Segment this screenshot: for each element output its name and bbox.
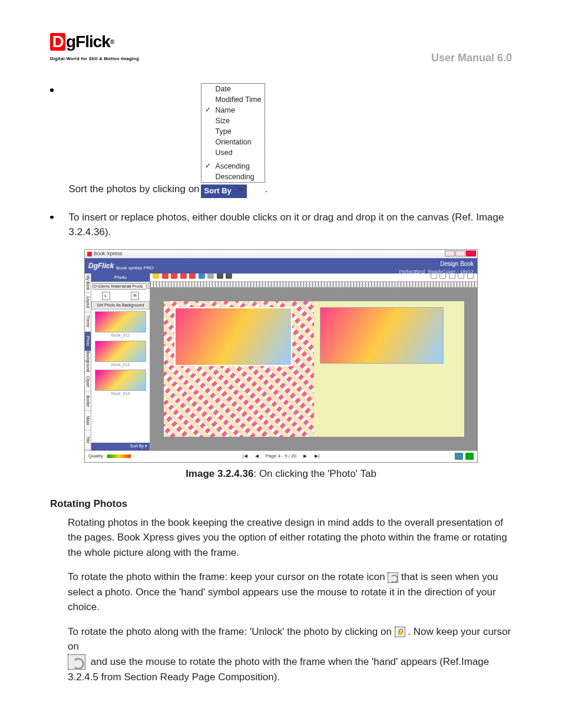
proceed-icon[interactable]	[465, 453, 474, 460]
tab-layout[interactable]: Layout	[85, 293, 91, 312]
tab-theme[interactable]: Theme	[85, 312, 91, 332]
redo-icon[interactable]	[226, 272, 232, 279]
thumbnail-label: Book_013	[91, 362, 150, 368]
thumbnail[interactable]	[95, 370, 146, 391]
bullet-insert: To insert or replace photos, either doub…	[50, 210, 512, 240]
close-button[interactable]	[466, 251, 476, 256]
thumbnail-label: Book_012	[91, 332, 150, 339]
manual-title: User Manual 6.0	[431, 50, 512, 66]
tab-photo[interactable]: Photo	[85, 332, 91, 351]
path-input[interactable]	[92, 283, 147, 289]
ruler	[150, 282, 477, 288]
thumbnail[interactable]	[95, 311, 146, 332]
page-header: D gFlick® Digital World for Still & Moti…	[50, 29, 512, 66]
rotating-photos-heading: Rotating Photos	[50, 496, 512, 512]
photo-panel: Photo … L R Set Photo As Background Book…	[91, 274, 150, 450]
page-spread[interactable]	[164, 301, 464, 437]
first-page-button[interactable]: |◀	[242, 453, 248, 460]
tool-icon[interactable]	[162, 272, 168, 279]
bullet-insert-text: To insert or replace photos, either doub…	[69, 210, 513, 240]
side-sort-button[interactable]: Sort By ▾	[91, 443, 150, 450]
bullet-sort-text: Sort the photos by clicking on	[69, 183, 200, 195]
app-icon	[87, 252, 92, 256]
image-caption: Image 3.2.4.36: On clicking the 'Photo' …	[50, 466, 512, 482]
logo: D gFlick® Digital World for Still & Moti…	[50, 29, 139, 62]
vertical-tabs: My BookLayoutThemePhotoBackgroundClipart…	[85, 274, 91, 450]
canvas-area	[150, 274, 477, 450]
chevron-down-icon	[239, 188, 243, 192]
photo-panel-title: Photo	[91, 274, 150, 282]
quality-label: Quality :	[88, 453, 105, 459]
l-toggle[interactable]: L	[102, 292, 110, 300]
logo-d-icon: D	[50, 33, 65, 51]
window-title: Book Xpress	[94, 250, 122, 258]
sort-order-ascending[interactable]: Ascending	[201, 161, 265, 172]
undo-icon[interactable]	[217, 272, 223, 279]
tab-background[interactable]: Background	[85, 351, 91, 373]
quality-bar-icon	[107, 454, 131, 458]
minimize-button[interactable]	[445, 251, 455, 256]
sort-option-modified-time[interactable]: Modified Time	[201, 94, 265, 105]
logo-word: gFlick	[66, 29, 110, 54]
toolbar	[153, 272, 233, 282]
screenshot-book-xpress: Book Xpress DgFlick Book xpress PRO Desi…	[84, 249, 478, 463]
photo-frame[interactable]	[320, 307, 444, 364]
last-page-button[interactable]: ▶|	[314, 453, 320, 460]
bullet-icon	[50, 216, 54, 219]
tool-icon[interactable]	[180, 272, 187, 279]
sort-option-date[interactable]: Date	[201, 84, 265, 94]
brand-label: DgFlick	[88, 261, 114, 271]
logo-tagline: Digital World for Still & Motion Imaging	[50, 55, 139, 62]
footer-bar: Quality : |◀ ◀ Page 4 - 5 / 20 ▶ ▶|	[85, 450, 477, 462]
sort-option-type[interactable]: Type	[201, 126, 265, 137]
sort-option-orientation[interactable]: Orientation	[201, 137, 265, 147]
tool-icon[interactable]	[153, 272, 159, 279]
save-icon[interactable]	[455, 453, 463, 460]
rotate-with-frame: To rotate the photo along with the frame…	[68, 624, 512, 685]
sort-option-size[interactable]: Size	[201, 116, 265, 126]
thumbnail[interactable]	[95, 341, 146, 362]
sort-by-button[interactable]: Sort By	[201, 185, 247, 198]
bullet-sort: Sort the photos by clicking on DateModif…	[50, 83, 512, 197]
subbrand-label: Book xpress PRO	[116, 265, 154, 274]
design-book-label: Design Book	[399, 259, 474, 268]
cover-label: PerfectBind_ReadyCover - 18x12	[399, 269, 474, 275]
rotate-within-frame: To rotate the photo within the frame: ke…	[68, 569, 512, 615]
next-page-button[interactable]: ▶	[302, 453, 308, 460]
rotating-intro: Rotating photos in the book keeping the …	[68, 515, 512, 561]
maximize-button[interactable]	[455, 251, 465, 256]
page-indicator: Page 4 - 5 / 20	[266, 453, 296, 460]
tool-icon[interactable]	[189, 272, 196, 279]
tab-clipart[interactable]: Clipart	[85, 372, 91, 391]
sort-menu: DateModified TimeNameSizeTypeOrientation…	[201, 83, 265, 198]
thumbnail-label: Book_014	[91, 391, 150, 397]
lock-icon	[395, 627, 405, 637]
tool-icon[interactable]	[199, 272, 205, 279]
sort-option-name[interactable]: Name	[201, 105, 265, 116]
tab-my-book[interactable]: My Book	[85, 274, 91, 293]
tab-title[interactable]: Title	[85, 430, 91, 450]
rotate-icon	[388, 572, 398, 583]
tab-mask[interactable]: Mask	[85, 411, 91, 430]
set-as-background-button[interactable]: Set Photo As Background	[91, 301, 150, 310]
sort-order-descending[interactable]: Descending	[201, 172, 265, 182]
tab-border[interactable]: Border	[85, 391, 91, 411]
photo-frame[interactable]	[174, 307, 292, 366]
rotate-icon	[68, 654, 85, 670]
bullet-icon	[50, 88, 54, 92]
tool-icon[interactable]	[207, 272, 214, 279]
sort-option-used[interactable]: Used	[201, 147, 265, 158]
app-header: DgFlick Book xpress PRO Design Book Perf…	[85, 258, 477, 274]
prev-page-button[interactable]: ◀	[254, 453, 260, 460]
tool-icon[interactable]	[171, 272, 177, 279]
r-toggle[interactable]: R	[131, 292, 139, 300]
window-titlebar: Book Xpress	[85, 250, 477, 258]
